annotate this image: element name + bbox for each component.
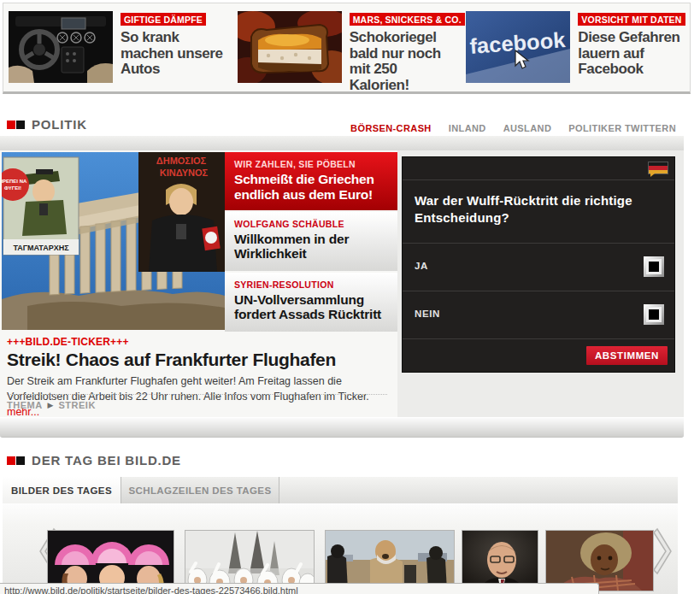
poll-option-label: NEIN	[415, 309, 440, 319]
svg-text:ΚΙΝΔΥΝΟΣ: ΚΙΝΔΥΝΟΣ	[160, 168, 209, 178]
teaser-kicker-badge: GIFTIGE DÄMPFE	[121, 13, 206, 26]
poll-checkbox-nein[interactable]	[644, 304, 664, 325]
story-griechen[interactable]: WIR ZAHLEN, SIE PÖBELN Schmeißt die Grie…	[225, 152, 397, 210]
abstimmen-button[interactable]: ABSTIMMEN	[586, 346, 668, 365]
story-kicker: WIR ZAHLEN, SIE PÖBELN	[234, 159, 391, 169]
black-square-icon	[16, 121, 25, 129]
poll-question: War der Wulff-Rücktritt die richtige Ent…	[403, 180, 674, 244]
thema-label: THEMA	[7, 400, 43, 410]
ticker-headline[interactable]: Streik! Chaos auf Frankfurter Flughafen	[7, 350, 393, 370]
section-title: POLITIK	[32, 117, 87, 132]
status-url: http://www.bild.de/politik/startseite/bi…	[0, 584, 598, 594]
poll-checkbox-ja[interactable]	[644, 256, 664, 277]
teaser-headline[interactable]: So krank machen unsere Autos	[121, 30, 230, 78]
tab-bilder-des-tages[interactable]: BILDER DES TAGES	[3, 477, 121, 503]
car-dashboard-image	[9, 11, 113, 83]
der-tag-tabbar: BILDER DES TAGES SCHLAGZEILEN DES TAGES	[3, 477, 678, 504]
teaser-kicker-badge: MARS, SNICKERS & CO.	[350, 13, 465, 26]
teaser-headline[interactable]: Schokoriegel bald nur noch mit 250 Kalor…	[350, 30, 459, 94]
browser-status-bar: http://www.bild.de/politik/startseite/bi…	[0, 583, 599, 594]
nav-inland[interactable]: INLAND	[449, 123, 486, 133]
svg-text:ΔΗΜΟΣΙΟΣ: ΔΗΜΟΣΙΟΣ	[156, 156, 207, 166]
teaser-facebook[interactable]: facebook VORSICHT MIT DATEN Diese Gefahr…	[461, 3, 690, 83]
politik-subnav: BÖRSEN-CRASH INLAND AUSLAND POLITIKER TW…	[350, 123, 676, 133]
poll-footer: ABSTIMMEN	[403, 339, 674, 372]
poll-option-ja[interactable]: JA	[403, 244, 674, 291]
nav-ausland[interactable]: AUSLAND	[503, 123, 552, 133]
bilder-des-tages-carousel	[3, 503, 678, 594]
merkel-poster: ΔΗΜΟΣΙΟΣ ΚΙΝΔΥΝΟΣ	[138, 152, 225, 272]
story-headline: Willkommen in der Wirklichkeit	[234, 232, 391, 262]
poll-option-label: JA	[415, 261, 428, 271]
divider-bar	[0, 136, 684, 150]
nav-boersen-crash[interactable]: BÖRSEN-CRASH	[350, 123, 432, 133]
acropolis-protest-collage-image[interactable]: ΠΡΕΠΕΙ ΝΑ ΦΥΓΕΙ! ΤΑΓΜΑΤΑΡΧΗΣ ΔΗΜΟΣΙΟΣ ΚΙ…	[2, 152, 225, 330]
poll-header	[403, 157, 674, 180]
tab-schlagzeilen-des-tages[interactable]: SCHLAGZEILEN DES TAGES	[121, 477, 279, 503]
teaser-kicker-badge: VORSICHT MIT DATEN	[578, 13, 685, 26]
ticker-kicker: +++BILD.DE-TICKER+++	[7, 336, 393, 348]
nav-politiker-twittern[interactable]: POLITIKER TWITTERN	[568, 123, 676, 133]
teaser-autos[interactable]: GIFTIGE DÄMPFE So krank machen unsere Au…	[3, 3, 232, 83]
der-tag-section-header: DER TAG BEI BILD.DE	[7, 453, 181, 468]
story-kicker: WOLFGANG SCHÄUBLE	[234, 219, 391, 229]
top-teaser-banner: GIFTIGE DÄMPFE So krank machen unsere Au…	[3, 3, 691, 94]
carousel-next-button[interactable]	[652, 526, 678, 577]
section-title: DER TAG BEI BILD.DE	[32, 453, 181, 468]
chocolate-bar-image	[238, 11, 342, 83]
story-kicker: SYRIEN-RESOLUTION	[234, 279, 391, 290]
story-headline: UN-Vollversammlung fordert Assads Rücktr…	[234, 292, 391, 323]
story-headline: Schmeißt die Griechen endlich aus dem Eu…	[234, 172, 391, 203]
thema-streik-link[interactable]: STREIK	[59, 400, 96, 410]
red-square-icon	[7, 121, 15, 129]
svg-text:ΦΥΓΕΙ!: ΦΥΓΕΙ!	[4, 185, 21, 191]
black-square-icon	[16, 456, 25, 465]
politik-headline-stack: WIR ZAHLEN, SIE PÖBELN Schmeißt die Grie…	[225, 152, 397, 333]
thema-row: THEMA ▶ STREIK	[7, 394, 387, 410]
facebook-logo-image: facebook	[466, 11, 570, 83]
svg-text:ΠΡΕΠΕΙ ΝΑ: ΠΡΕΠΕΙ ΝΑ	[2, 179, 27, 184]
schaeuble-poster: ΠΡΕΠΕΙ ΝΑ ΦΥΓΕΙ! ΤΑΓΜΑΤΑΡΧΗΣ	[2, 157, 79, 255]
politik-section-header: POLITIK	[7, 117, 87, 132]
poll-option-nein[interactable]: NEIN	[403, 291, 674, 339]
arrow-right-icon: ▶	[48, 401, 54, 409]
divider-bar	[0, 418, 684, 438]
teaser-headline[interactable]: Diese Gefahren lauern auf Facebook	[578, 30, 687, 78]
teaser-schokoriegel[interactable]: MARS, SNICKERS & CO. Schokoriegel bald n…	[232, 3, 462, 94]
svg-text:ΤΑΓΜΑΤΑΡΧΗΣ: ΤΑΓΜΑΤΑΡΧΗΣ	[13, 244, 69, 252]
red-square-icon	[7, 456, 15, 465]
tabbar-filler	[279, 477, 678, 503]
german-flag-bubble-icon[interactable]	[648, 162, 667, 174]
story-syrien[interactable]: SYRIEN-RESOLUTION UN-Vollversammlung for…	[225, 273, 397, 332]
bild-politik-page: GIFTIGE DÄMPFE So krank machen unsere Au…	[0, 0, 700, 594]
poll-widget: War der Wulff-Rücktritt die richtige Ent…	[402, 156, 675, 373]
story-schaeuble[interactable]: WOLFGANG SCHÄUBLE Willkommen in der Wirk…	[225, 212, 397, 271]
